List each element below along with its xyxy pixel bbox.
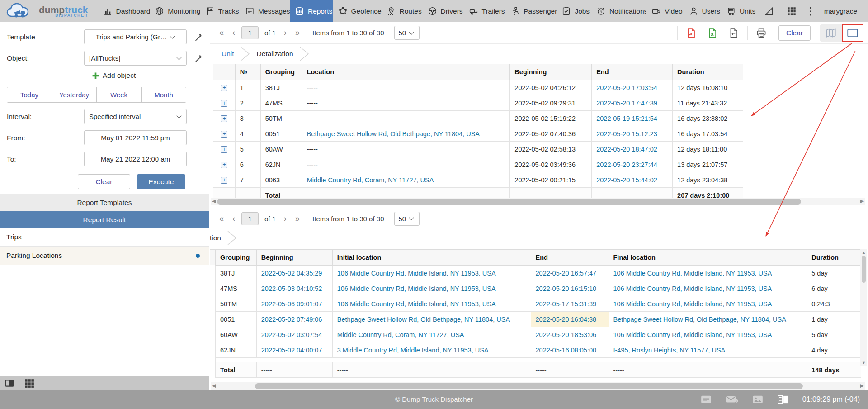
app-logo[interactable]: dumptruck DISPATCHER: [5, 1, 98, 21]
scroll-left-icon[interactable]: ◀: [212, 383, 216, 389]
expand-plus-icon[interactable]: +: [221, 85, 227, 91]
location-cell[interactable]: Middle Country Rd, Coram, NY 11727, USA: [302, 172, 510, 188]
next-page-button[interactable]: ›: [282, 214, 289, 224]
first-page-button[interactable]: «: [217, 214, 226, 224]
nav-item-geofence[interactable]: Geofence: [333, 0, 382, 22]
nav-item-dashboard[interactable]: Dashboard: [98, 0, 150, 22]
mail-arrow-icon[interactable]: [726, 395, 738, 404]
initial-location-cell[interactable]: 3 Middle Country Rd, Middle Island, NY 1…: [332, 342, 531, 358]
page-size-select[interactable]: 50: [394, 212, 420, 226]
object-settings-button[interactable]: [194, 54, 202, 62]
template-select[interactable]: Trips and Parking (Gr…: [84, 29, 187, 44]
expander-cell[interactable]: +: [213, 172, 236, 188]
report-templates-section[interactable]: Report Templates: [0, 194, 209, 211]
last-page-button[interactable]: »: [293, 28, 302, 38]
hide-panel-icon[interactable]: [5, 379, 14, 388]
table1-horizontal-scrollbar[interactable]: ◀ ▶: [211, 198, 865, 205]
beginning-cell[interactable]: 2022-05-02 04:35:29: [256, 266, 332, 281]
expand-plus-icon[interactable]: +: [221, 177, 227, 184]
page-size-select[interactable]: 50: [394, 26, 420, 40]
beginning-cell[interactable]: 2022-05-02 07:49:06: [256, 312, 332, 327]
breadcrumb-detalization-tab[interactable]: Detalization: [257, 50, 293, 58]
prev-page-button[interactable]: ‹: [230, 214, 237, 224]
scroll-left-icon[interactable]: ◀: [212, 198, 216, 204]
expand-plus-icon[interactable]: +: [221, 162, 227, 168]
nav-item-users[interactable]: Users: [684, 0, 722, 22]
initial-location-cell[interactable]: Middle Country Rd, Coram, NY 11727, USA: [332, 327, 531, 342]
to-input[interactable]: May 21 2022 12:00 am: [84, 152, 187, 166]
report-result-section[interactable]: Report Result: [0, 211, 209, 228]
scroll-right-icon[interactable]: ▶: [860, 198, 864, 204]
yesterday-button[interactable]: Yesterday: [52, 87, 97, 102]
template-settings-button[interactable]: [194, 33, 202, 41]
end-cell[interactable]: 2022-05-20 15:44:02: [592, 172, 673, 188]
table2-horizontal-scrollbar[interactable]: ◀ ▶: [211, 382, 865, 390]
page-number-input[interactable]: 1: [241, 26, 259, 39]
result-item-trips[interactable]: Trips: [0, 228, 209, 247]
initial-location-cell[interactable]: 106 Middle Country Rd, Middle Island, NY…: [332, 296, 531, 312]
apps-grid-icon[interactable]: [786, 6, 797, 17]
clear-report-button[interactable]: Clear: [778, 25, 811, 41]
today-button[interactable]: Today: [7, 87, 52, 102]
grid-view-icon[interactable]: [24, 379, 34, 388]
nav-item-jobs[interactable]: Jobs: [557, 0, 591, 22]
scroll-right-icon[interactable]: ▶: [860, 383, 864, 389]
end-cell[interactable]: 2022-05-20 16:15:10: [531, 281, 609, 296]
end-cell[interactable]: 2022-05-16 08:05:00: [531, 342, 609, 358]
expander-cell[interactable]: +: [213, 111, 236, 126]
first-page-button[interactable]: «: [217, 28, 226, 38]
pdf-export-button[interactable]: [684, 25, 699, 41]
excel-export-button[interactable]: [705, 25, 720, 41]
scroll-down-icon[interactable]: ▼: [862, 361, 866, 365]
nav-item-video[interactable]: Video: [646, 0, 684, 22]
scrollbar-thumb[interactable]: [255, 383, 803, 389]
nav-item-drivers[interactable]: Drivers: [423, 0, 464, 22]
final-location-cell[interactable]: 106 Middle Country Rd, Middle Island, NY…: [609, 296, 807, 312]
map-view-button[interactable]: [820, 24, 842, 42]
next-page-button[interactable]: ›: [282, 28, 289, 38]
notes-icon[interactable]: [700, 395, 712, 404]
end-cell[interactable]: 2022-05-20 15:12:23: [592, 126, 673, 142]
end-cell[interactable]: 2022-05-20 18:47:02: [592, 142, 673, 157]
nav-item-monitoring[interactable]: Monitoring: [150, 0, 200, 22]
location-cell[interactable]: Bethpage Sweet Hollow Rd, Old Bethpage, …: [302, 126, 510, 142]
nav-item-routes[interactable]: Routes: [382, 0, 423, 22]
scrollbar-thumb[interactable]: [217, 199, 801, 204]
expand-plus-icon[interactable]: +: [221, 131, 227, 138]
final-location-cell[interactable]: Bethpage Sweet Hollow Rd, Old Bethpage, …: [609, 312, 807, 327]
expand-plus-icon[interactable]: +: [221, 115, 227, 122]
print-button[interactable]: [754, 25, 769, 41]
nav-item-messages[interactable]: Messages: [240, 0, 290, 22]
end-cell[interactable]: 2022-05-20 17:47:39: [592, 95, 673, 111]
end-cell[interactable]: 2022-05-20 16:04:38: [531, 312, 609, 327]
end-cell[interactable]: 2022-05-20 16:57:47: [531, 266, 609, 281]
initial-location-cell[interactable]: Bethpage Sweet Hollow Rd, Old Bethpage, …: [332, 312, 531, 327]
expand-plus-icon[interactable]: +: [221, 146, 227, 153]
expander-cell[interactable]: +: [213, 126, 236, 142]
final-location-cell[interactable]: I-495, Roslyn Heights, NY 11577, USA: [609, 342, 807, 358]
table2-vertical-scrollbar[interactable]: ▲ ▼: [860, 249, 867, 366]
beginning-cell[interactable]: 2022-05-02 03:07:54: [256, 327, 332, 342]
scroll-up-icon[interactable]: ▲: [862, 250, 866, 255]
expander-cell[interactable]: +: [213, 95, 236, 111]
image-icon[interactable]: [752, 395, 764, 404]
expander-cell[interactable]: +: [213, 80, 236, 95]
nav-item-trailers[interactable]: Trailers: [464, 0, 506, 22]
initial-location-cell[interactable]: 106 Middle Country Rd, Middle Island, NY…: [332, 281, 531, 296]
end-cell[interactable]: 2022-05-17 15:31:39: [531, 296, 609, 312]
doc-export-button[interactable]: [726, 25, 741, 41]
object-select[interactable]: [AllTrucks]: [84, 51, 187, 66]
page-number-input[interactable]: 1: [241, 212, 259, 225]
final-location-cell[interactable]: 106 Middle Country Rd, Middle Island, NY…: [609, 281, 807, 296]
kebab-menu-icon[interactable]: [809, 6, 812, 17]
from-input[interactable]: May 01 2022 11:59 pm: [84, 130, 187, 145]
beginning-cell[interactable]: 2022-05-03 04:10:52: [256, 281, 332, 296]
end-cell[interactable]: 2022-05-20 17:03:54: [592, 80, 673, 95]
end-cell[interactable]: 2022-05-19 15:21:54: [592, 111, 673, 126]
clear-form-button[interactable]: Clear: [78, 174, 130, 189]
add-object-button[interactable]: Add object: [92, 71, 209, 80]
end-cell[interactable]: 2022-05-20 23:27:44: [592, 157, 673, 172]
result-item-parking-locations[interactable]: Parking Locations: [0, 247, 209, 265]
expand-plus-icon[interactable]: +: [221, 100, 227, 107]
split-view-button[interactable]: [842, 24, 863, 42]
